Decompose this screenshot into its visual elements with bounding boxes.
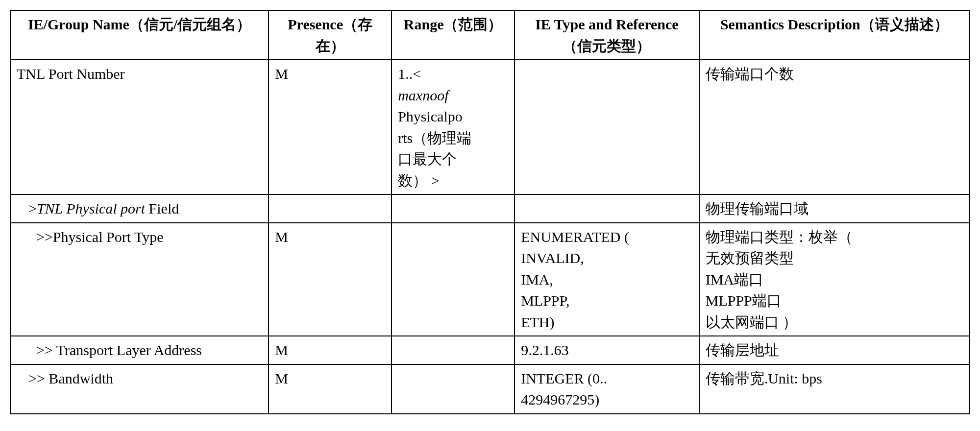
table-row: >> Bandwidth M INTEGER (0.. 4294967295) … [10, 364, 970, 414]
cell-semantics: 物理传输端口域 [699, 194, 970, 223]
cell-range [392, 336, 514, 364]
cell-type [514, 60, 699, 194]
cell-presence: M [269, 336, 392, 364]
sem-line: 物理端口类型：枚举（ [706, 229, 853, 245]
cell-type: ENUMERATED ( INVALID, IMA, MLPPP, ETH) [514, 223, 699, 336]
cell-name: >> Bandwidth [10, 364, 269, 414]
table-row: >>Physical Port Type M ENUMERATED ( INVA… [10, 223, 970, 336]
sem-line: 以太网端口 ） [706, 314, 798, 330]
header-ie-group-name: IE/Group Name（信元/信元组名） [10, 10, 269, 60]
table-header-row: IE/Group Name（信元/信元组名） Presence（存在） Rang… [10, 10, 970, 60]
type-line: MLPPP, [521, 292, 569, 309]
sem-line: IMA端口 [706, 271, 763, 287]
type-line: ETH) [521, 314, 554, 330]
table-row: >TNL Physical port Field 物理传输端口域 [10, 194, 970, 223]
cell-name: >TNL Physical port Field [10, 194, 269, 223]
table-row: TNL Port Number M 1..< maxnoof Physicalp… [10, 60, 970, 194]
header-semantics: Semantics Description（语义描述） [699, 10, 970, 60]
sem-line: MLPPP端口 [706, 292, 782, 309]
cell-name: TNL Port Number [10, 60, 269, 194]
sem-line: 无效预留类型 [706, 250, 794, 266]
range-text: 1..< [398, 66, 421, 82]
type-line: INTEGER (0.. [521, 370, 607, 386]
cell-presence: M [269, 364, 392, 414]
name-suffix: Field [145, 200, 179, 216]
range-text: rts（物理端 [398, 130, 471, 146]
cell-range [392, 194, 514, 223]
name-wrapper: >TNL Physical port Field [17, 200, 179, 216]
header-range: Range（范围） [392, 10, 514, 60]
name-text: >> Transport Layer Address [17, 342, 202, 358]
cell-presence: M [269, 60, 392, 194]
type-line: ENUMERATED ( [521, 229, 629, 245]
cell-range [392, 223, 514, 336]
range-text: Physicalpo [398, 108, 463, 124]
range-italic: maxnoof [398, 87, 448, 103]
name-text: >> Bandwidth [17, 370, 113, 386]
header-ie-type: IE Type and Reference（信元类型） [514, 10, 699, 60]
cell-type [514, 194, 699, 223]
cell-range: 1..< maxnoof Physicalpo rts（物理端 口最大个 数） … [392, 60, 514, 194]
cell-semantics: 物理端口类型：枚举（ 无效预留类型 IMA端口 MLPPP端口 以太网端口 ） [699, 223, 970, 336]
cell-name: >> Transport Layer Address [10, 336, 269, 364]
cell-semantics: 传输层地址 [699, 336, 970, 364]
table-row: >> Transport Layer Address M 9.2.1.63 传输… [10, 336, 970, 364]
cell-presence: M [269, 223, 392, 336]
range-text: 数） > [398, 172, 439, 189]
header-presence: Presence（存在） [269, 10, 392, 60]
cell-type: INTEGER (0.. 4294967295) [514, 364, 699, 414]
cell-type: 9.2.1.63 [514, 336, 699, 364]
cell-semantics: 传输带宽.Unit: bps [699, 364, 970, 414]
type-line: 4294967295) [521, 391, 599, 407]
cell-name: >>Physical Port Type [10, 223, 269, 336]
name-text: >>Physical Port Type [17, 229, 164, 245]
name-prefix: > [28, 200, 37, 216]
cell-presence [269, 194, 392, 223]
ie-spec-table: IE/Group Name（信元/信元组名） Presence（存在） Rang… [10, 10, 970, 414]
cell-range [392, 364, 514, 414]
type-line: INVALID, [521, 250, 584, 266]
type-line: IMA, [521, 271, 553, 287]
cell-semantics: 传输端口个数 [699, 60, 970, 194]
name-italic: TNL Physical port [37, 200, 145, 216]
range-text: 口最大个 [398, 151, 457, 167]
